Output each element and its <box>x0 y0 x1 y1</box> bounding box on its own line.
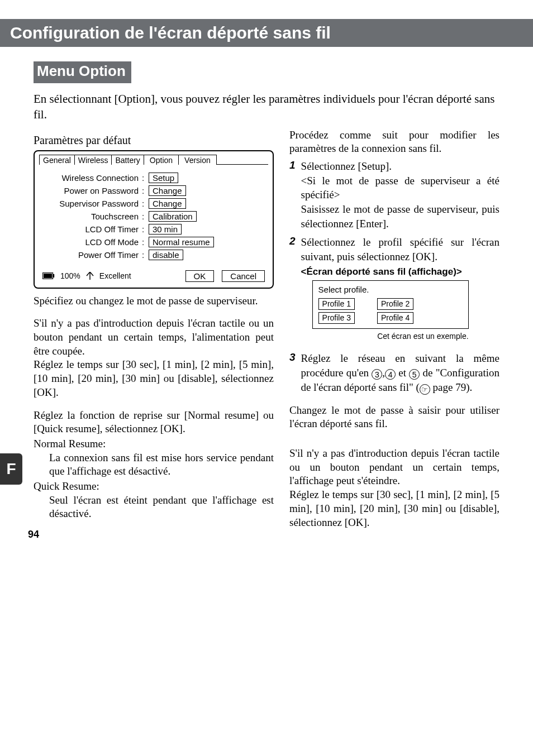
profile-2-button[interactable]: Profile 2 <box>377 298 413 310</box>
circled-3-icon: 3 <box>372 369 382 380</box>
battery-percent: 100% <box>60 271 80 280</box>
circled-4-icon: 4 <box>385 369 396 380</box>
page-title: Configuration de l'écran déporté sans fi… <box>0 19 533 47</box>
tab-general[interactable]: General <box>39 155 75 165</box>
value-touchscreen[interactable]: Calibration <box>149 211 197 222</box>
label-touchscreen: Touchscreen <box>41 212 142 221</box>
ok-button[interactable]: OK <box>185 270 215 282</box>
svg-line-5 <box>90 272 93 276</box>
tab-battery[interactable]: Battery <box>111 155 144 165</box>
intro-paragraph: En sélectionnant [Option], vous pouvez r… <box>34 91 499 123</box>
step-1c: Saisissez le mot de passe de superviseur… <box>301 203 499 229</box>
quick-resume-body: Seul l'écran est éteint pendant que l'af… <box>34 494 274 521</box>
profile-dialog: Select profile. Profile 1 Profile 2 Prof… <box>312 280 469 328</box>
profile-1-button[interactable]: Profile 1 <box>318 298 355 310</box>
step-1b: <Si le mot de passe de superviseur a été… <box>301 175 499 201</box>
step-2a: Sélectionnez le profil spécifié sur l'éc… <box>301 236 499 262</box>
label-power-off-timer: Power Off Timer <box>41 250 142 260</box>
battery-icon <box>42 272 55 279</box>
value-wireless-connection[interactable]: Setup <box>149 173 178 183</box>
value-power-on-password[interactable]: Change <box>149 185 186 196</box>
reference-icon: ☞ <box>420 384 430 395</box>
normal-resume-label: Normal Resume: <box>34 437 274 451</box>
step-2-title: <Écran déporté sans fil (affichage)> <box>301 266 462 277</box>
note-change-password: Changez le mot de passe à saisir pour ut… <box>289 404 499 431</box>
note-lcd-timer: S'il n'y a pas d'introduction depuis l'é… <box>289 447 499 529</box>
value-lcd-off-timer[interactable]: 30 min <box>149 224 182 235</box>
language-tab: F <box>0 453 22 485</box>
profile-prompt: Select profile. <box>318 284 463 295</box>
note-supervisor: Spécifiez ou changez le mot de passe de … <box>34 294 274 308</box>
option-screen: General Wireless Battery Option Version … <box>34 150 274 289</box>
section-heading: Menu Option <box>34 61 131 83</box>
circled-5-icon: 5 <box>409 369 420 380</box>
value-supervisor-password[interactable]: Change <box>149 198 186 209</box>
svg-rect-2 <box>44 274 52 278</box>
label-wireless-connection: Wireless Connection <box>41 173 142 183</box>
defaults-label: Paramètres par défaut <box>34 134 274 147</box>
page-number: 94 <box>28 529 39 540</box>
cancel-button[interactable]: Cancel <box>222 270 265 282</box>
tab-version[interactable]: Version <box>178 155 217 165</box>
label-power-on-password: Power on Password <box>41 186 142 195</box>
tab-option[interactable]: Option <box>144 155 179 165</box>
step-1a: Sélectionnez [Setup]. <box>301 160 392 172</box>
note-lcd-mode-intro: Réglez la fonction de reprise sur [Norma… <box>34 409 274 436</box>
svg-rect-1 <box>53 274 54 277</box>
tab-wireless[interactable]: Wireless <box>74 155 112 165</box>
normal-resume-body: La connexion sans fil est mise hors serv… <box>34 451 274 479</box>
signal-icon <box>86 272 94 280</box>
step-3-number: 3 <box>289 351 296 394</box>
label-lcd-off-mode: LCD Off Mode <box>41 237 142 247</box>
svg-line-4 <box>87 272 90 276</box>
value-lcd-off-mode[interactable]: Normal resume <box>149 237 214 247</box>
label-lcd-off-timer: LCD Off Timer <box>41 224 142 234</box>
step-2-number: 2 <box>289 235 296 347</box>
note-power-off: S'il n'y a pas d'introduction depuis l'é… <box>34 317 274 399</box>
quick-resume-label: Quick Resume: <box>34 480 274 494</box>
profile-caption: Cet écran est un exemple. <box>312 331 469 342</box>
signal-label: Excellent <box>99 271 131 280</box>
profile-4-button[interactable]: Profile 4 <box>377 312 413 324</box>
value-power-off-timer[interactable]: disable <box>149 250 183 260</box>
profile-3-button[interactable]: Profile 3 <box>318 312 355 324</box>
right-lead: Procédez comme suit pour modifier les pa… <box>289 128 499 156</box>
step-3-body: Réglez le réseau en suivant la même proc… <box>301 351 499 394</box>
step-1-number: 1 <box>289 159 296 231</box>
label-supervisor-password: Supervisor Password <box>41 199 142 208</box>
